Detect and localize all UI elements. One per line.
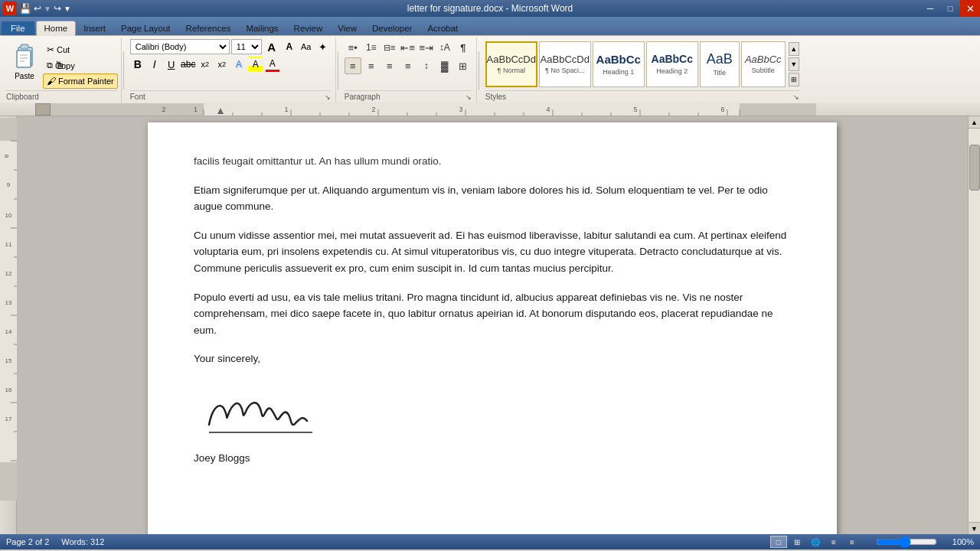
svg-text:3: 3 — [459, 106, 462, 113]
page-info: Page 2 of 2 — [6, 537, 49, 546]
outline-btn[interactable]: ≡ — [825, 536, 842, 548]
style-heading2[interactable]: AaBbCc Heading 2 — [646, 41, 698, 87]
quick-save[interactable]: 💾 — [19, 3, 31, 15]
style-heading2-preview: AaBbCc — [652, 53, 693, 66]
font-label: Font ↘ — [130, 90, 331, 101]
signature-name: Joey Bloggs — [194, 450, 791, 467]
scroll-thumb[interactable] — [969, 145, 980, 191]
show-hide-button[interactable]: ¶ — [455, 39, 472, 56]
close-btn[interactable]: ✕ — [960, 0, 980, 17]
font-name-select[interactable]: Calibri (Body) — [130, 39, 230, 54]
align-right-button[interactable]: ≡ — [381, 57, 398, 74]
style-no-spacing[interactable]: AaBbCcDd ¶ No Spaci... — [539, 41, 591, 87]
italic-button[interactable]: I — [147, 57, 162, 72]
style-subtitle-preview: AaBbCc — [745, 54, 782, 66]
clipboard-label: Clipboard — [6, 90, 118, 101]
tab-insert[interactable]: Insert — [76, 21, 113, 35]
text-highlight-button[interactable]: A — [248, 57, 263, 72]
quick-customize[interactable]: ▼ — [64, 5, 71, 13]
tab-references[interactable]: References — [178, 21, 239, 35]
minimize-btn[interactable]: ─ — [920, 0, 940, 17]
styles-expand[interactable]: ↘ — [793, 93, 799, 101]
quick-undo-arrow: ▼ — [44, 5, 51, 13]
shading-button[interactable]: ▓ — [436, 57, 453, 74]
font-color-button[interactable]: A — [265, 57, 280, 72]
subscript-button[interactable]: x2 — [198, 57, 213, 72]
borders-button[interactable]: ⊞ — [455, 57, 472, 74]
status-bar: Page 2 of 2 Words: 312 □ ⊞ 🌐 ≡ ≡ 100% — [0, 534, 980, 549]
styles-scroll-down[interactable]: ▼ — [789, 57, 799, 71]
format-painter-button[interactable]: 🖌 Format Painter — [43, 73, 118, 89]
underline-button[interactable]: U — [164, 57, 179, 72]
align-left-button[interactable]: ≡ — [345, 57, 361, 74]
tab-developer[interactable]: Developer — [364, 21, 420, 35]
zoom-slider[interactable] — [876, 536, 937, 547]
scroll-down-btn[interactable]: ▼ — [969, 522, 981, 534]
clear-formatting-button[interactable]: ✦ — [315, 39, 331, 54]
signature-area — [194, 383, 791, 444]
multilevel-button[interactable]: ⊟≡ — [381, 39, 398, 56]
document-page[interactable]: facilis feugait omittantur ut. An has ul… — [148, 122, 837, 534]
sort-button[interactable]: ↕A — [436, 39, 453, 56]
print-layout-btn[interactable]: □ — [770, 536, 787, 548]
strikethrough-button[interactable]: abc — [181, 57, 196, 72]
quick-redo[interactable]: ↪ — [54, 3, 61, 14]
word-logo: W — [3, 2, 17, 15]
copy-button[interactable]: ⧉ Copy 🖱 — [43, 58, 118, 73]
word-logo-area: W 💾 ↩ ▼ ↪ ▼ — [3, 2, 71, 15]
paintbrush-icon: 🖌 — [47, 76, 56, 86]
svg-rect-40 — [0, 462, 17, 500]
style-title[interactable]: AaB Title — [700, 41, 740, 87]
style-subtitle-label: Subtitle — [752, 67, 775, 74]
tab-pagelayout[interactable]: Page Layout — [113, 21, 178, 35]
style-heading1[interactable]: AaBbCc Heading 1 — [593, 41, 645, 87]
styles-scroll-up[interactable]: ▲ — [789, 42, 799, 56]
bold-button[interactable]: B — [130, 57, 145, 72]
maximize-btn[interactable]: □ — [940, 0, 960, 17]
style-subtitle[interactable]: AaBbCc Subtitle — [741, 41, 786, 87]
text-effects-button[interactable]: A — [231, 57, 247, 72]
svg-rect-38 — [0, 118, 17, 141]
tab-view[interactable]: View — [330, 21, 364, 35]
paste-button[interactable]: Paste — [6, 39, 43, 83]
tab-mailings[interactable]: Mailings — [238, 21, 286, 35]
web-layout-btn[interactable]: 🌐 — [807, 536, 824, 548]
line-spacing-button[interactable]: ↕ — [418, 57, 435, 74]
scrollbar-right[interactable]: ▲ ▼ — [968, 116, 980, 534]
zoom-level: 100% — [952, 537, 974, 546]
quick-undo[interactable]: ↩ — [34, 3, 41, 14]
decrease-indent-button[interactable]: ⇤≡ — [400, 39, 416, 56]
svg-rect-1 — [21, 44, 28, 49]
svg-text:15: 15 — [5, 357, 11, 364]
superscript-button[interactable]: x2 — [214, 57, 230, 72]
change-case-button[interactable]: Aa — [299, 39, 314, 54]
increase-indent-button[interactable]: ≡⇥ — [418, 39, 435, 56]
font-expand[interactable]: ↘ — [325, 93, 331, 101]
shrink-font-button[interactable]: A — [282, 39, 297, 54]
grow-font-button[interactable]: A — [263, 39, 280, 54]
full-screen-btn[interactable]: ⊞ — [789, 536, 805, 548]
styles-more[interactable]: ⊞ — [789, 73, 799, 86]
tab-review[interactable]: Review — [286, 21, 331, 35]
tab-file[interactable]: File — [2, 21, 34, 35]
scroll-track — [969, 129, 981, 522]
paragraph-3: Cu unum vidisse assentior mei, mei mutat… — [194, 227, 791, 277]
paragraph-expand[interactable]: ↘ — [466, 93, 472, 101]
style-normal[interactable]: AaBbCcDd ¶ Normal — [485, 41, 537, 87]
document-area[interactable]: facilis feugait omittantur ut. An has ul… — [17, 116, 968, 534]
bullets-button[interactable]: ≡• — [345, 39, 361, 56]
numbering-button[interactable]: 1≡ — [363, 39, 380, 56]
tab-acrobat[interactable]: Acrobat — [420, 21, 466, 35]
svg-text:5: 5 — [633, 106, 637, 113]
style-normal-preview: AaBbCcDd — [487, 54, 536, 66]
justify-button[interactable]: ≡ — [400, 57, 416, 74]
tab-home[interactable]: Home — [36, 21, 77, 36]
scroll-up-btn[interactable]: ▲ — [969, 116, 981, 129]
svg-text:4: 4 — [546, 106, 550, 113]
font-size-select[interactable]: 11 — [231, 39, 262, 54]
svg-text:10: 10 — [5, 212, 11, 219]
svg-text:1: 1 — [284, 106, 288, 113]
align-center-button[interactable]: ≡ — [363, 57, 380, 74]
draft-btn[interactable]: ≡ — [844, 536, 861, 548]
cut-button[interactable]: ✂ Cut — [43, 42, 118, 57]
